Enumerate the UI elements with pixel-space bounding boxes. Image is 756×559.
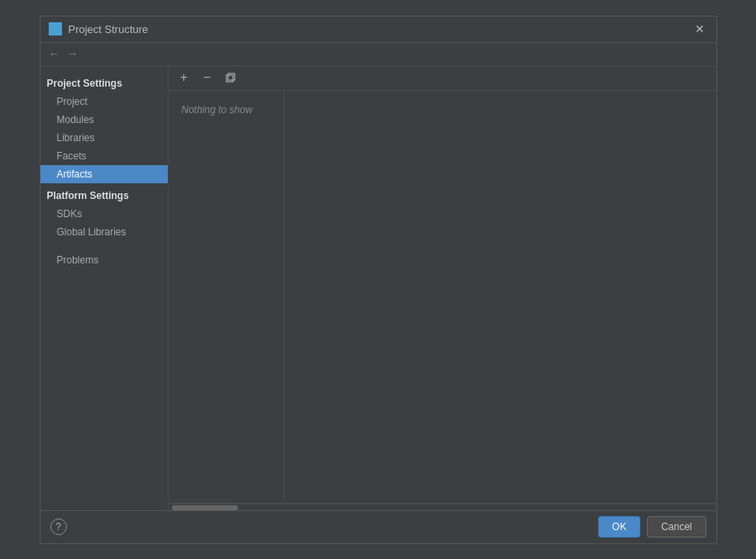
dialog-title: Project Structure [69, 23, 149, 36]
title-bar: Project Structure ✕ [40, 17, 716, 43]
artifacts-top: Nothing to show [169, 91, 716, 504]
footer-left: ? [50, 519, 67, 535]
svg-rect-1 [52, 26, 55, 29]
content-area: Project Settings Project Modules Librari… [40, 66, 716, 510]
sidebar-item-artifacts[interactable]: Artifacts [40, 165, 168, 183]
nav-bar: ← → [40, 43, 716, 66]
dialog-icon [49, 22, 62, 36]
title-bar-left: Project Structure [49, 22, 149, 36]
sidebar-item-libraries[interactable]: Libraries [40, 129, 168, 147]
sidebar-item-problems[interactable]: Problems [40, 251, 168, 269]
help-button[interactable]: ? [50, 519, 67, 535]
forward-button[interactable]: → [67, 47, 78, 60]
ok-button[interactable]: OK [598, 516, 640, 538]
artifacts-area: Nothing to show [169, 91, 716, 504]
main-panel: + − Nothing to show [169, 66, 716, 510]
footer-right: OK Cancel [598, 516, 706, 538]
svg-rect-2 [226, 75, 233, 82]
sidebar-item-global-libraries[interactable]: Global Libraries [40, 223, 168, 241]
nothing-to-show-label: Nothing to show [175, 97, 277, 122]
horizontal-scrollbar[interactable] [169, 504, 716, 510]
sidebar-item-facets[interactable]: Facets [40, 147, 168, 165]
artifacts-toolbar: + − [169, 66, 716, 91]
footer: ? OK Cancel [40, 510, 716, 543]
artifact-list: Nothing to show [169, 91, 284, 503]
project-settings-header: Project Settings [40, 74, 168, 92]
add-artifact-button[interactable]: + [175, 69, 193, 87]
copy-artifact-button[interactable] [221, 69, 240, 87]
platform-settings-header: Platform Settings [40, 187, 168, 205]
sidebar: Project Settings Project Modules Librari… [40, 66, 169, 510]
cancel-button[interactable]: Cancel [647, 516, 706, 538]
back-button[interactable]: ← [49, 47, 60, 60]
close-button[interactable]: ✕ [692, 21, 708, 37]
artifact-details-panel [284, 91, 716, 503]
sidebar-item-project[interactable]: Project [40, 92, 168, 111]
svg-rect-3 [228, 73, 235, 80]
sidebar-item-modules[interactable]: Modules [40, 111, 168, 129]
sidebar-item-sdks[interactable]: SDKs [40, 205, 168, 223]
project-structure-dialog: Project Structure ✕ ← → Project Settings… [40, 16, 717, 544]
remove-artifact-button[interactable]: − [198, 69, 216, 87]
